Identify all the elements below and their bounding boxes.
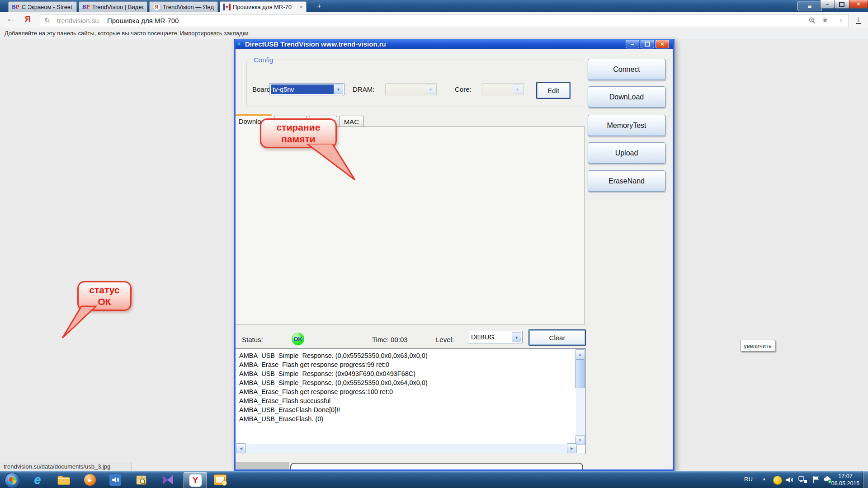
bookmarks-hint: Добавляйте на эту панель сайты, которые … — [5, 30, 179, 37]
browser-menu-button[interactable]: ≡ — [797, 1, 822, 11]
level-value: DEBUG — [471, 333, 511, 341]
taskbar-kmplayer[interactable] — [156, 472, 179, 488]
maximize-icon — [645, 42, 650, 47]
page-content: ▲ DirectUSB TrendVision www.trend-vision… — [0, 39, 868, 471]
erase-callout-tail — [302, 144, 358, 182]
refresh-icon[interactable]: ↻ — [44, 16, 50, 24]
tab-label: TrendVision — Яндекс — [163, 4, 214, 10]
bookmark-star-icon[interactable]: ★ — [822, 16, 828, 24]
taskbar-yandex-browser-active[interactable]: Y — [184, 472, 207, 488]
statusbar-url: trendvision.su/data/documents/usb_3.jpg — [0, 462, 132, 471]
dropdown-icon[interactable]: ▾ — [334, 84, 343, 94]
log-textarea[interactable]: AMBA_USB_Simple_Response. (0,0x55525350,… — [235, 348, 586, 454]
show-desktop-button[interactable] — [863, 471, 868, 488]
window-restore-button[interactable] — [834, 0, 849, 9]
browser-tab-active[interactable]: ▼ Прошивка для MR-70 × — [220, 1, 307, 12]
back-icon[interactable]: ← — [6, 13, 16, 24]
connect-button[interactable]: Connect — [588, 59, 665, 80]
dialog-close-button[interactable]: × — [656, 40, 669, 48]
restore-icon — [839, 2, 844, 7]
dialog-minimize-button[interactable]: – — [626, 40, 639, 48]
log-line: AMBA_Erase_Flash get response progress:1… — [239, 387, 574, 396]
directusb-dialog: ▲ DirectUSB TrendVision www.trend-vision… — [234, 39, 675, 471]
bp-favicon: BP — [82, 3, 90, 10]
dropdown-icon: ▾ — [426, 84, 435, 94]
dram-label: DRAM: — [353, 85, 374, 93]
url-domain: trendvision.su — [57, 17, 99, 24]
tray-time: 17:07 — [826, 473, 865, 480]
upload-button[interactable]: Upload — [588, 142, 665, 164]
taskbar-volume[interactable] — [104, 472, 127, 488]
dialog-title: DirectUSB TrendVision www.trend-vision.r… — [245, 40, 386, 48]
erasenand-button[interactable]: EraseNand — [588, 170, 665, 192]
download-button[interactable]: DownLoad — [588, 86, 665, 108]
start-button[interactable] — [5, 473, 20, 488]
tab-close-icon[interactable]: × — [299, 4, 303, 10]
callout-text: статус — [89, 284, 119, 296]
taskbar-wmp[interactable]: ▶ — [79, 472, 101, 488]
config-group-label: Config — [251, 56, 275, 64]
log-line: AMBA_Erase_Flash succussful — [239, 396, 574, 405]
browser-tab-2[interactable]: BP TrendVision | Видеоре — [79, 1, 147, 12]
tray-volume-icon[interactable] — [786, 476, 794, 486]
dram-combobox: ▾ — [385, 83, 437, 95]
tray-date: 06.05.2015 — [826, 480, 865, 487]
scroll-up-button[interactable]: ▲ — [575, 349, 585, 359]
level-combobox[interactable]: DEBUG ▾ — [468, 331, 523, 343]
yandex-logo[interactable]: Я — [25, 14, 31, 24]
window-minimize-button[interactable]: – — [820, 0, 835, 9]
tab-mac[interactable]: MAC — [339, 116, 364, 127]
page-title-text: Прошивка для MR-700 — [107, 17, 179, 24]
import-bookmarks-link[interactable]: Импортировать закладки — [180, 30, 249, 37]
dialog-titlebar[interactable]: ▲ DirectUSB TrendVision www.trend-vision… — [234, 39, 675, 49]
edit-button[interactable]: Edit — [536, 82, 571, 99]
folder-icon — [57, 474, 71, 485]
tray-clock[interactable]: 17:07 06.05.2015 — [826, 473, 865, 487]
window-close-button[interactable]: × — [849, 0, 868, 9]
close-icon: × — [660, 41, 664, 47]
downloads-icon[interactable]: ↓ — [856, 15, 861, 24]
yandex-favicon: Я — [153, 3, 160, 11]
speaker-icon — [111, 476, 119, 484]
taskbar-explorer[interactable] — [52, 472, 75, 488]
url-field[interactable]: ↻ trendvision.su Прошивка для MR-700 ★ › — [40, 14, 849, 27]
taskbar-archiver[interactable] — [130, 472, 153, 488]
time-label: Time: 00:03 — [372, 336, 408, 343]
callout-text: стирание — [277, 122, 321, 133]
horizontal-scrollbar[interactable] — [236, 444, 576, 453]
tray-language[interactable]: RU — [744, 476, 753, 483]
browser-tab-1[interactable]: BP С Экраном - Street St — [8, 1, 77, 12]
scroll-right-button[interactable]: ▶ — [567, 443, 577, 453]
scrollbar-thumb[interactable] — [575, 359, 585, 388]
status-ok-badge: OK — [292, 333, 304, 345]
clear-button[interactable]: Clear — [528, 329, 586, 346]
enlarge-tooltip[interactable]: увеличить — [740, 340, 775, 352]
archive-search-icon — [135, 474, 148, 486]
tray-antivirus-icon[interactable] — [773, 476, 782, 485]
tray-expand-icon[interactable]: ▲ — [762, 477, 766, 481]
bp-favicon: BP — [12, 3, 19, 10]
minimize-icon: – — [631, 41, 634, 47]
minimize-icon: – — [826, 1, 829, 7]
callout-text: ОК — [98, 296, 111, 308]
board-combobox[interactable]: tv-q5nv ▾ — [269, 83, 344, 95]
log-line: AMBA_USB_EraseFlash. (0) — [239, 414, 574, 423]
dialog-maximize-button[interactable] — [641, 40, 654, 48]
yandex-browser-icon: Y — [189, 474, 202, 487]
bookmarks-bar: Добавляйте на эту панель сайты, которые … — [0, 28, 868, 39]
tray-network-icon[interactable] — [798, 476, 807, 486]
play-icon: ▶ — [88, 478, 92, 483]
tray-action-center-icon[interactable] — [812, 475, 820, 486]
app-icon: ▲ — [236, 40, 242, 47]
speaker-tile — [109, 474, 121, 486]
taskbar-ie[interactable]: e — [26, 472, 49, 488]
memorytest-button[interactable]: MemoryTest — [588, 115, 665, 136]
new-tab-button[interactable]: + — [314, 2, 325, 11]
taskbar-outlook[interactable] — [209, 472, 231, 488]
browser-tab-3[interactable]: Я TrendVision — Яндекс — [149, 1, 218, 12]
scroll-left-button[interactable]: ◀ — [236, 443, 246, 453]
zoom-icon[interactable] — [808, 17, 816, 26]
log-line: AMBA_USB_Simple_Response: (0x0493F690,0x… — [239, 369, 574, 378]
dropdown-icon[interactable]: ▾ — [512, 332, 521, 342]
taskbar: e ▶ Y RU ▲ — [0, 471, 868, 488]
